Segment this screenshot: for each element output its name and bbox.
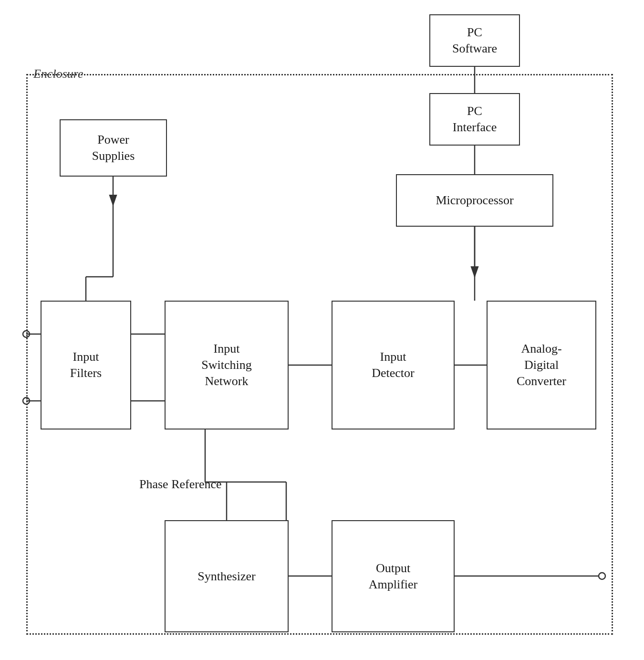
pc-interface-label: PCInterface (453, 103, 497, 136)
enclosure-label: Enclosure (33, 67, 83, 81)
input-detector-label: InputDetector (372, 349, 415, 381)
output-amplifier-block: OutputAmplifier (332, 520, 455, 632)
adc-label: Analog-DigitalConverter (517, 341, 566, 389)
input-detector-block: InputDetector (332, 301, 455, 430)
microprocessor-label: Microprocessor (436, 192, 513, 209)
input-switching-network-label: InputSwitchingNetwork (201, 341, 251, 389)
power-supplies-label: PowerSupplies (92, 132, 135, 164)
phase-reference-label: Phase Reference (139, 477, 222, 492)
input-switching-network-block: InputSwitchingNetwork (165, 301, 289, 430)
power-supplies-block: PowerSupplies (60, 119, 167, 177)
pc-software-label: PCSoftware (452, 24, 497, 57)
output-amplifier-label: OutputAmplifier (369, 560, 418, 593)
synthesizer-label: Synthesizer (197, 568, 255, 585)
input-filters-label: InputFilters (70, 349, 102, 381)
synthesizer-block: Synthesizer (165, 520, 289, 632)
pc-interface-block: PCInterface (429, 93, 520, 146)
microprocessor-block: Microprocessor (396, 174, 553, 227)
adc-block: Analog-DigitalConverter (487, 301, 596, 430)
input-filters-block: InputFilters (41, 301, 131, 430)
diagram: Enclosure (0, 0, 644, 660)
pc-software-block: PCSoftware (429, 14, 520, 67)
